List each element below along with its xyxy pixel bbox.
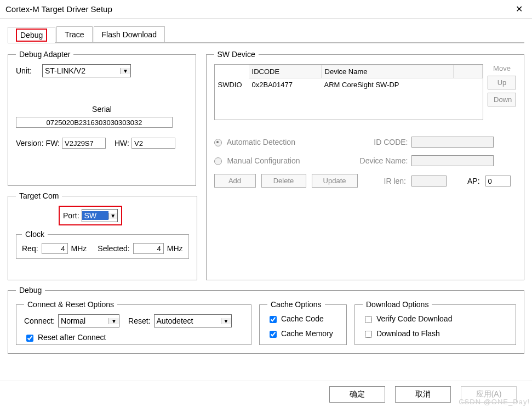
version-label: Version: bbox=[16, 139, 44, 148]
tabstrip: Debug Trace Flash Download bbox=[8, 26, 524, 43]
devname-input bbox=[411, 155, 494, 166]
legend-target-com: Target Com bbox=[16, 191, 62, 200]
selected-unit: MHz bbox=[167, 244, 183, 253]
titlebar: Cortex-M Target Driver Setup ✕ bbox=[0, 0, 532, 19]
device-idcode: 0x2BA01477 bbox=[249, 78, 321, 91]
group-clock: Clock Req: 4 MHz Selected: 4 MHz bbox=[16, 230, 189, 259]
hw-label: HW: bbox=[115, 139, 129, 148]
legend-debug-adapter: Debug Adapter bbox=[16, 50, 73, 59]
tab-debug-highlight: Debug bbox=[16, 29, 47, 42]
legend-clock: Clock bbox=[22, 230, 48, 239]
unit-value: ST-LINK/V2 bbox=[43, 66, 120, 75]
group-debug: Debug Connect & Reset Options Connect: N… bbox=[8, 286, 524, 354]
watermark: CSDN @ONE_Day! bbox=[459, 398, 530, 406]
window-title: Cortex-M Target Driver Setup bbox=[5, 4, 511, 14]
device-rowhdr: SWDIO bbox=[215, 78, 249, 91]
connect-select[interactable]: Normal ▼ bbox=[58, 314, 119, 327]
port-value: SW bbox=[82, 211, 108, 220]
hw-value: V2 bbox=[131, 138, 175, 149]
move-label: Move bbox=[488, 64, 516, 72]
legend-debug: Debug bbox=[16, 286, 45, 295]
group-target-com: Target Com Port: SW ▼ Clock Req: 4 bbox=[8, 191, 197, 280]
col-idcode: IDCODE bbox=[249, 65, 322, 78]
irlen-input bbox=[411, 176, 447, 186]
reset-label: Reset: bbox=[128, 316, 150, 325]
close-icon[interactable]: ✕ bbox=[511, 4, 527, 14]
radio-manual[interactable]: Manual Configuration bbox=[214, 156, 357, 165]
fw-label: FW: bbox=[46, 139, 60, 148]
fw-value: V2J29S7 bbox=[62, 138, 106, 149]
chevron-down-icon: ▼ bbox=[108, 213, 117, 219]
tab-debug[interactable]: Debug bbox=[8, 27, 55, 43]
reset-select[interactable]: Autodetect ▼ bbox=[154, 314, 232, 327]
group-sw-device: SW Device IDCODE Device Name SWDIO 0x2BA… bbox=[206, 50, 524, 280]
radio-auto[interactable]: Automatic Detection bbox=[214, 138, 357, 146]
radio-icon bbox=[214, 157, 222, 165]
irlen-label: IR len: bbox=[384, 177, 406, 185]
device-table-header: IDCODE Device Name bbox=[215, 65, 483, 78]
unit-select[interactable]: ST-LINK/V2 ▼ bbox=[42, 64, 131, 77]
device-name: ARM CoreSight SW-DP bbox=[321, 78, 454, 91]
chevron-down-icon: ▼ bbox=[120, 68, 130, 74]
req-input[interactable]: 4 bbox=[42, 243, 68, 254]
up-button[interactable]: Up bbox=[488, 76, 516, 89]
legend-sw-device: SW Device bbox=[214, 50, 259, 59]
idcode-label: ID CODE: bbox=[357, 138, 411, 146]
group-debug-adapter: Debug Adapter Unit: ST-LINK/V2 ▼ Serial … bbox=[8, 50, 196, 186]
port-select[interactable]: SW ▼ bbox=[82, 209, 118, 222]
cache-code-checkbox[interactable] bbox=[270, 316, 277, 323]
cache-memory-checkbox[interactable] bbox=[270, 331, 277, 338]
add-button[interactable]: Add bbox=[214, 174, 256, 188]
chevron-down-icon: ▼ bbox=[108, 318, 119, 324]
devname-label: Device Name: bbox=[357, 156, 411, 165]
ap-label: AP: bbox=[467, 177, 480, 185]
group-cache-options: Cache Options Cache Code Cache Memory bbox=[259, 300, 347, 345]
col-devname: Device Name bbox=[322, 65, 454, 78]
serial-label: Serial bbox=[16, 105, 188, 114]
cancel-button[interactable]: 取消 bbox=[395, 386, 451, 403]
delete-button[interactable]: Delete bbox=[261, 174, 306, 188]
reset-after-checkbox[interactable] bbox=[26, 335, 33, 342]
ok-button[interactable]: 确定 bbox=[329, 386, 385, 403]
reset-after-label: Reset after Connect bbox=[38, 333, 106, 342]
down-button[interactable]: Down bbox=[488, 93, 516, 106]
device-row[interactable]: SWDIO 0x2BA01477 ARM CoreSight SW-DP bbox=[215, 78, 483, 91]
req-unit: MHz bbox=[71, 244, 87, 253]
legend-connect-reset: Connect & Reset Options bbox=[24, 300, 117, 309]
group-download-options: Download Options Verify Code Download Do… bbox=[354, 300, 516, 345]
legend-download-options: Download Options bbox=[363, 300, 432, 309]
dialog-button-bar: 确定 取消 应用(A) CSDN @ONE_Day! bbox=[0, 381, 532, 407]
verify-checkbox[interactable] bbox=[365, 316, 372, 323]
req-label: Req: bbox=[22, 244, 38, 253]
tab-flash-download[interactable]: Flash Download bbox=[94, 26, 165, 42]
port-highlight: Port: SW ▼ bbox=[59, 206, 122, 225]
idcode-input bbox=[411, 137, 494, 148]
selected-label: Selected: bbox=[98, 244, 129, 253]
download-to-flash-checkbox[interactable] bbox=[365, 331, 372, 338]
connect-label: Connect: bbox=[24, 316, 55, 325]
ap-input[interactable]: 0 bbox=[485, 176, 511, 186]
group-connect-reset: Connect & Reset Options Connect: Normal … bbox=[16, 300, 251, 345]
port-label: Port: bbox=[63, 211, 79, 220]
selected-value: 4 bbox=[133, 243, 164, 254]
unit-label: Unit: bbox=[16, 66, 38, 75]
chevron-down-icon: ▼ bbox=[221, 318, 231, 324]
serial-value: 0725020B2316303030303032 bbox=[16, 117, 173, 128]
radio-icon bbox=[214, 139, 222, 146]
tab-trace[interactable]: Trace bbox=[56, 26, 92, 42]
device-table: IDCODE Device Name SWDIO 0x2BA01477 ARM … bbox=[214, 64, 483, 120]
legend-cache-options: Cache Options bbox=[267, 300, 325, 309]
update-button[interactable]: Update bbox=[312, 174, 358, 188]
